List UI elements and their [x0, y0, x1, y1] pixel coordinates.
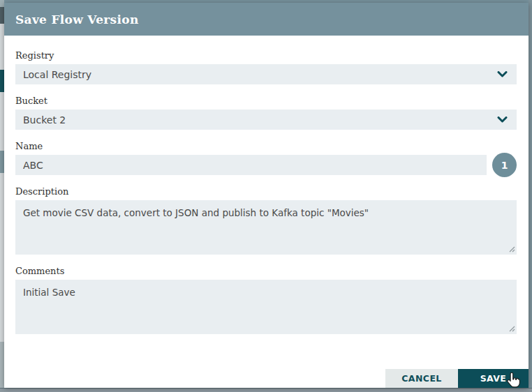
- step-badge: 1: [492, 153, 517, 177]
- save-flow-version-dialog: Save Flow Version Registry Local Registr…: [4, 3, 529, 388]
- bucket-select[interactable]: Bucket 2: [15, 110, 517, 130]
- registry-select-value: Local Registry: [23, 69, 91, 80]
- description-textarea[interactable]: Get movie CSV data, convert to JSON and …: [15, 200, 517, 255]
- description-textarea-wrap: Get movie CSV data, convert to JSON and …: [15, 200, 517, 255]
- registry-label: Registry: [15, 50, 517, 61]
- name-field: Name 1: [15, 141, 517, 175]
- dialog-actions: CANCEL SAVE: [385, 369, 529, 388]
- name-row: 1: [15, 155, 517, 175]
- registry-field: Registry Local Registry: [15, 50, 517, 84]
- description-label: Description: [15, 186, 517, 197]
- chevron-down-icon: [497, 71, 508, 77]
- name-label: Name: [15, 141, 517, 151]
- resize-handle-icon[interactable]: [508, 246, 515, 252]
- cancel-button[interactable]: CANCEL: [385, 369, 458, 388]
- backdrop-right: [529, 0, 532, 388]
- bucket-label: Bucket: [15, 96, 517, 106]
- bucket-select-value: Bucket 2: [23, 114, 66, 126]
- chevron-down-icon: [497, 116, 508, 123]
- bucket-field: Bucket Bucket 2: [15, 96, 517, 130]
- dialog-title: Save Flow Version: [15, 13, 139, 27]
- dialog-body: Registry Local Registry Bucket Bucket 2 …: [4, 36, 529, 334]
- comments-textarea-wrap: Initial Save: [15, 280, 517, 334]
- description-field: Description Get movie CSV data, convert …: [15, 186, 517, 255]
- name-input[interactable]: [15, 155, 487, 175]
- save-button[interactable]: SAVE: [458, 369, 529, 388]
- dialog-header: Save Flow Version: [4, 3, 529, 36]
- registry-select[interactable]: Local Registry: [15, 64, 517, 84]
- comments-label: Comments: [15, 266, 517, 276]
- comments-field: Comments Initial Save: [15, 266, 517, 334]
- backdrop-bottom: [0, 388, 532, 392]
- comments-textarea[interactable]: Initial Save: [15, 280, 517, 334]
- resize-handle-icon[interactable]: [508, 325, 515, 332]
